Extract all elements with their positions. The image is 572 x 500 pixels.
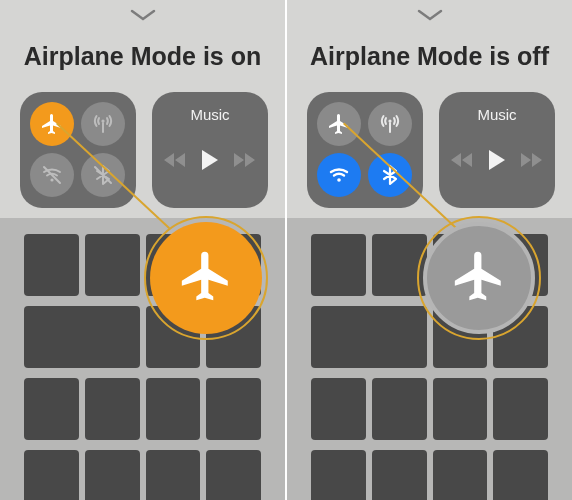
- panel-airplane-on: Airplane Mode is on: [0, 0, 285, 500]
- wifi-icon: [327, 163, 351, 187]
- connectivity-block: [20, 92, 136, 208]
- airplane-mode-toggle[interactable]: [317, 102, 361, 146]
- svg-point-1: [50, 178, 53, 181]
- forward-icon[interactable]: [521, 152, 543, 172]
- cellular-icon: [91, 112, 115, 136]
- connectivity-block: [307, 92, 423, 208]
- airplane-icon: [40, 112, 64, 136]
- bluetooth-toggle[interactable]: [368, 153, 412, 197]
- zoom-callout: [144, 216, 268, 340]
- panel-title: Airplane Mode is off: [287, 42, 572, 71]
- play-icon[interactable]: [487, 149, 507, 175]
- rewind-icon[interactable]: [451, 152, 473, 172]
- airplane-mode-toggle[interactable]: [30, 102, 74, 146]
- panel-title: Airplane Mode is on: [0, 42, 285, 71]
- chevron-down-icon[interactable]: [130, 8, 156, 26]
- rewind-icon[interactable]: [164, 152, 186, 172]
- wifi-off-icon: [40, 163, 64, 187]
- music-label: Music: [477, 106, 516, 123]
- cellular-toggle[interactable]: [81, 102, 125, 146]
- bluetooth-toggle[interactable]: [81, 153, 125, 197]
- wifi-toggle[interactable]: [30, 153, 74, 197]
- svg-point-3: [337, 178, 341, 182]
- panel-airplane-off: Airplane Mode is off: [285, 0, 572, 500]
- music-block[interactable]: Music: [439, 92, 555, 208]
- cellular-icon: [378, 112, 402, 136]
- forward-icon[interactable]: [234, 152, 256, 172]
- zoom-callout: [417, 216, 541, 340]
- play-icon[interactable]: [200, 149, 220, 175]
- wifi-toggle[interactable]: [317, 153, 361, 197]
- music-label: Music: [190, 106, 229, 123]
- music-block[interactable]: Music: [152, 92, 268, 208]
- cellular-toggle[interactable]: [368, 102, 412, 146]
- airplane-icon: [327, 112, 351, 136]
- airplane-icon: [450, 247, 508, 309]
- airplane-icon: [177, 247, 235, 309]
- chevron-down-icon[interactable]: [417, 8, 443, 26]
